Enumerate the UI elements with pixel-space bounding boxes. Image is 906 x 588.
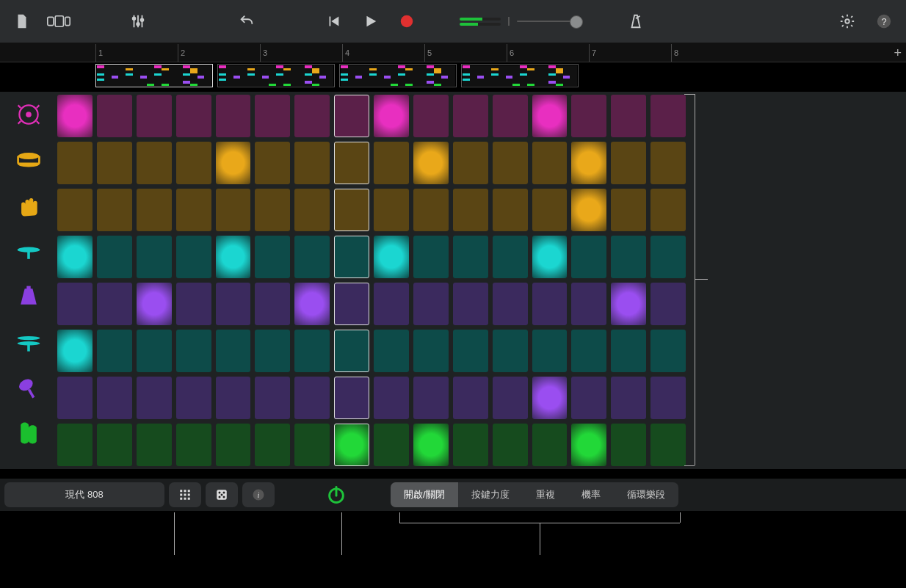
step-cell[interactable] bbox=[374, 283, 409, 325]
browser-icon[interactable] bbox=[47, 10, 70, 33]
step-cell[interactable] bbox=[532, 330, 568, 372]
step-cell[interactable] bbox=[97, 95, 132, 137]
step-cell[interactable] bbox=[255, 424, 290, 466]
step-cell[interactable] bbox=[453, 424, 488, 466]
step-cell[interactable] bbox=[97, 283, 132, 325]
step-cell[interactable] bbox=[137, 95, 172, 137]
step-cell[interactable] bbox=[611, 283, 646, 325]
step-cell[interactable] bbox=[650, 377, 686, 419]
step-cell[interactable] bbox=[176, 142, 211, 184]
step-cell[interactable] bbox=[334, 283, 369, 325]
overview-segment[interactable] bbox=[217, 64, 335, 87]
step-cell[interactable] bbox=[413, 189, 449, 231]
help-icon[interactable]: ? bbox=[872, 10, 896, 33]
previous-icon[interactable] bbox=[322, 10, 345, 33]
step-cell[interactable] bbox=[493, 142, 528, 184]
step-cell[interactable] bbox=[57, 236, 93, 278]
step-cell[interactable] bbox=[294, 95, 330, 137]
step-cell[interactable] bbox=[57, 283, 93, 325]
step-cell[interactable] bbox=[216, 95, 251, 137]
step-cell[interactable] bbox=[650, 283, 686, 325]
step-cell[interactable] bbox=[57, 377, 93, 419]
step-cell[interactable] bbox=[493, 283, 528, 325]
step-cell[interactable] bbox=[453, 142, 488, 184]
pattern-overview[interactable] bbox=[0, 62, 906, 92]
step-cell[interactable] bbox=[611, 142, 646, 184]
step-cell[interactable] bbox=[97, 424, 132, 466]
kit-selector[interactable]: 現代 808 bbox=[4, 482, 164, 507]
mode-tab[interactable]: 循環樂段 bbox=[614, 482, 678, 507]
step-cell[interactable] bbox=[294, 236, 330, 278]
step-cell[interactable] bbox=[334, 377, 369, 419]
instrument-clap-icon[interactable] bbox=[0, 183, 57, 228]
file-icon[interactable] bbox=[10, 10, 34, 33]
step-cell[interactable] bbox=[137, 236, 172, 278]
add-section-icon[interactable]: + bbox=[894, 46, 902, 61]
step-cell[interactable] bbox=[571, 283, 606, 325]
step-cell[interactable] bbox=[176, 189, 211, 231]
step-cell[interactable] bbox=[493, 236, 528, 278]
step-cell[interactable] bbox=[255, 142, 290, 184]
step-cell[interactable] bbox=[216, 236, 251, 278]
step-cell[interactable] bbox=[374, 189, 409, 231]
step-cell[interactable] bbox=[374, 236, 409, 278]
step-cell[interactable] bbox=[255, 283, 290, 325]
step-cell[interactable] bbox=[453, 236, 488, 278]
step-cell[interactable] bbox=[453, 189, 488, 231]
step-cell[interactable] bbox=[176, 236, 211, 278]
step-cell[interactable] bbox=[571, 142, 606, 184]
step-cell[interactable] bbox=[294, 142, 330, 184]
step-cell[interactable] bbox=[176, 377, 211, 419]
mode-tab[interactable]: 機率 bbox=[568, 482, 614, 507]
step-cell[interactable] bbox=[176, 424, 211, 466]
step-cell[interactable] bbox=[57, 95, 93, 137]
instrument-hihat-open-icon[interactable] bbox=[0, 319, 57, 365]
step-cell[interactable] bbox=[413, 377, 449, 419]
instrument-shaker-icon[interactable] bbox=[0, 365, 57, 410]
step-cell[interactable] bbox=[137, 377, 172, 419]
step-cell[interactable] bbox=[413, 424, 449, 466]
volume-slider[interactable] bbox=[517, 21, 583, 22]
mode-tab[interactable]: 重複 bbox=[523, 482, 568, 507]
step-cell[interactable] bbox=[611, 189, 646, 231]
step-cell[interactable] bbox=[294, 377, 330, 419]
step-cell[interactable] bbox=[137, 424, 172, 466]
overview-segment[interactable] bbox=[461, 64, 579, 87]
step-cell[interactable] bbox=[334, 236, 369, 278]
instrument-hihat-closed-icon[interactable] bbox=[0, 228, 57, 274]
step-cell[interactable] bbox=[294, 330, 330, 372]
step-cell[interactable] bbox=[413, 142, 449, 184]
mode-tab[interactable]: 按鍵力度 bbox=[458, 482, 523, 507]
step-cell[interactable] bbox=[493, 95, 528, 137]
step-cell[interactable] bbox=[216, 377, 251, 419]
gear-icon[interactable] bbox=[836, 10, 859, 33]
step-cell[interactable] bbox=[216, 283, 251, 325]
timeline-ruler[interactable]: 1 2 3 4 5 6 7 8 + bbox=[0, 43, 906, 62]
overview-segment[interactable] bbox=[339, 64, 457, 87]
step-cell[interactable] bbox=[216, 424, 251, 466]
step-cell[interactable] bbox=[453, 95, 488, 137]
instrument-conga-icon[interactable] bbox=[0, 410, 57, 456]
step-cell[interactable] bbox=[137, 142, 172, 184]
step-cell[interactable] bbox=[532, 189, 568, 231]
undo-icon[interactable] bbox=[235, 10, 258, 33]
step-cell[interactable] bbox=[97, 236, 132, 278]
step-cell[interactable] bbox=[650, 424, 686, 466]
step-cell[interactable] bbox=[176, 283, 211, 325]
metronome-icon[interactable] bbox=[624, 10, 648, 33]
step-cell[interactable] bbox=[493, 189, 528, 231]
step-cell[interactable] bbox=[176, 330, 211, 372]
play-icon[interactable] bbox=[358, 10, 382, 33]
step-cell[interactable] bbox=[137, 283, 172, 325]
step-cell[interactable] bbox=[334, 142, 369, 184]
step-cell[interactable] bbox=[137, 330, 172, 372]
step-cell[interactable] bbox=[453, 377, 488, 419]
step-cell[interactable] bbox=[374, 95, 409, 137]
mode-tab[interactable]: 開啟/關閉 bbox=[391, 482, 458, 507]
step-cell[interactable] bbox=[216, 189, 251, 231]
step-cell[interactable] bbox=[57, 330, 93, 372]
step-cell[interactable] bbox=[255, 377, 290, 419]
step-cell[interactable] bbox=[571, 330, 606, 372]
step-cell[interactable] bbox=[493, 330, 528, 372]
instrument-cowbell-icon[interactable] bbox=[0, 274, 57, 319]
